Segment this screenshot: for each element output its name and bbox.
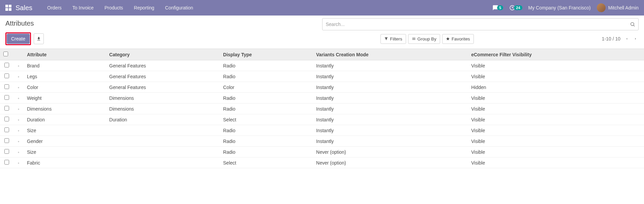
pager-next[interactable] — [633, 35, 639, 42]
cell-attribute: Size — [24, 125, 106, 136]
table-row[interactable]: Brand General Features Radio Instantly V… — [0, 60, 644, 71]
table-row[interactable]: Fabric Select Never (option) Visible — [0, 157, 644, 168]
table-row[interactable]: Size Radio Never (option) Visible — [0, 147, 644, 157]
cell-attribute: Color — [24, 82, 106, 93]
cell-variants-mode: Instantly — [313, 104, 468, 114]
row-checkbox[interactable] — [4, 138, 9, 143]
drag-handle-icon — [17, 117, 20, 122]
create-button[interactable]: Create — [7, 34, 30, 44]
favorites-button[interactable]: Favorites — [442, 34, 474, 44]
messages-badge: 5 — [497, 5, 503, 10]
search-container — [322, 18, 639, 30]
header-checkbox-cell — [0, 49, 13, 60]
row-handle[interactable] — [13, 71, 24, 82]
row-handle[interactable] — [13, 114, 24, 125]
row-checkbox-cell — [0, 71, 13, 82]
table-row[interactable]: Legs General Features Radio Instantly Vi… — [0, 71, 644, 82]
table-row[interactable]: Weight Dimensions Radio Instantly Visibl… — [0, 93, 644, 104]
row-checkbox[interactable] — [4, 149, 9, 154]
row-checkbox[interactable] — [4, 63, 9, 67]
row-checkbox[interactable] — [4, 95, 9, 100]
cell-display-type: Color — [220, 82, 313, 93]
cell-attribute: Size — [24, 147, 106, 157]
cell-variants-mode: Never (option) — [313, 157, 468, 168]
col-attribute[interactable]: Attribute — [24, 49, 106, 60]
row-checkbox[interactable] — [4, 117, 9, 121]
row-checkbox-cell — [0, 82, 13, 93]
table-row[interactable]: Duration Duration Select Instantly Visib… — [0, 114, 644, 125]
messages-button[interactable]: 5 — [492, 5, 503, 11]
col-display-type[interactable]: Display Type — [220, 49, 313, 60]
nav-item-orders[interactable]: Orders — [42, 0, 67, 16]
filter-bar: Filters Group By Favorites — [380, 34, 473, 44]
col-category[interactable]: Category — [106, 49, 220, 60]
cell-category: Dimensions — [106, 104, 220, 114]
drag-handle-icon — [17, 96, 20, 100]
row-handle[interactable] — [13, 60, 24, 71]
row-handle[interactable] — [13, 104, 24, 114]
nav-item-products[interactable]: Products — [99, 0, 128, 16]
cell-category — [106, 125, 220, 136]
apps-icon[interactable] — [5, 5, 11, 11]
table-row[interactable]: Gender Radio Instantly Visible — [0, 136, 644, 147]
cell-ecommerce-vis: Visible — [468, 157, 644, 168]
activities-button[interactable]: 24 — [509, 5, 522, 11]
page-title: Attributes — [5, 18, 34, 27]
row-handle[interactable] — [13, 147, 24, 157]
row-handle[interactable] — [13, 82, 24, 93]
user-menu[interactable]: Mitchell Admin — [597, 3, 639, 12]
cell-attribute: Brand — [24, 60, 106, 71]
drag-handle-icon — [17, 107, 20, 111]
svg-rect-2 — [5, 8, 8, 11]
attributes-table: Attribute Category Display Type Variants… — [0, 49, 644, 168]
cell-display-type: Radio — [220, 60, 313, 71]
drag-handle-icon — [17, 139, 20, 144]
search-button[interactable] — [626, 18, 639, 30]
cell-category: Dimensions — [106, 93, 220, 104]
cell-ecommerce-vis: Visible — [468, 93, 644, 104]
row-checkbox[interactable] — [4, 160, 9, 165]
cell-category: General Features — [106, 60, 220, 71]
nav-item-configuration[interactable]: Configuration — [160, 0, 198, 16]
cell-ecommerce-vis: Visible — [468, 60, 644, 71]
nav-item-to-invoice[interactable]: To Invoice — [67, 0, 99, 16]
row-handle[interactable] — [13, 157, 24, 168]
row-handle[interactable] — [13, 136, 24, 147]
table-row[interactable]: Dimensions Dimensions Radio Instantly Vi… — [0, 104, 644, 114]
cell-display-type: Radio — [220, 93, 313, 104]
cell-variants-mode: Instantly — [313, 71, 468, 82]
drag-handle-icon — [17, 74, 20, 79]
groupby-button[interactable]: Group By — [408, 34, 440, 44]
cell-category: Duration — [106, 114, 220, 125]
row-checkbox[interactable] — [4, 106, 9, 111]
row-handle[interactable] — [13, 125, 24, 136]
drag-handle-icon — [17, 85, 20, 90]
app-brand[interactable]: Sales — [16, 4, 32, 12]
top-navbar: Sales Orders To Invoice Products Reporti… — [0, 0, 644, 16]
svg-rect-1 — [9, 5, 11, 7]
drag-handle-icon — [17, 128, 20, 133]
row-handle[interactable] — [13, 93, 24, 104]
table-row[interactable]: Color General Features Color Instantly H… — [0, 82, 644, 93]
table-row[interactable]: Size Radio Instantly Visible — [0, 125, 644, 136]
pager-prev[interactable] — [624, 35, 630, 42]
search-input[interactable] — [322, 18, 639, 30]
export-button[interactable] — [34, 33, 44, 44]
select-all-checkbox[interactable] — [3, 52, 8, 56]
filters-button[interactable]: Filters — [380, 34, 406, 44]
row-checkbox[interactable] — [4, 127, 9, 132]
nav-item-reporting[interactable]: Reporting — [128, 0, 160, 16]
cell-category — [106, 147, 220, 157]
company-selector[interactable]: My Company (San Francisco) — [528, 5, 591, 10]
svg-rect-0 — [5, 5, 8, 7]
col-ecommerce-vis[interactable]: eCommerce Filter Visibility — [468, 49, 644, 60]
avatar — [597, 3, 606, 12]
row-checkbox-cell — [0, 147, 13, 157]
row-checkbox[interactable] — [4, 84, 9, 89]
row-checkbox[interactable] — [4, 74, 9, 78]
create-highlight: Create — [5, 32, 31, 45]
drag-handle-icon — [17, 63, 20, 68]
col-variants-mode[interactable]: Variants Creation Mode — [313, 49, 468, 60]
cell-display-type: Radio — [220, 136, 313, 147]
drag-handle-icon — [17, 161, 20, 165]
